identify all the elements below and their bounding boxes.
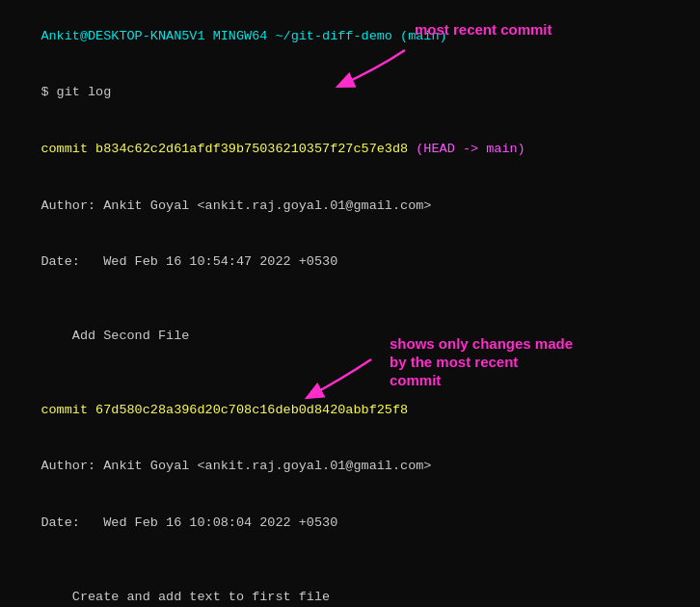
annotation1-text: most recent commit <box>415 21 552 40</box>
annotation1-arrow-svg <box>318 40 453 93</box>
commit2-author-line: Author: Ankit Goyal <ankit.raj.goyal.01@… <box>10 438 690 495</box>
commit2-msg-line: Create and add text to first file <box>10 568 690 607</box>
terminal-window: Ankit@DESKTOP-KNAN5V1 MINGW64 ~/git-diff… <box>0 0 700 607</box>
commit2-date-line: Date: Wed Feb 16 10:08:04 2022 +0530 <box>10 495 690 552</box>
annotation2-text: shows only changes made by the most rece… <box>390 335 573 389</box>
commit1-date-line: Date: Wed Feb 16 10:54:47 2022 +0530 <box>10 234 690 291</box>
commit1-hash-line: commit b834c62c2d61afdf39b75036210357f27… <box>10 120 690 177</box>
commit1-author-line: Author: Ankit Goyal <ankit.raj.goyal.01@… <box>10 177 690 234</box>
